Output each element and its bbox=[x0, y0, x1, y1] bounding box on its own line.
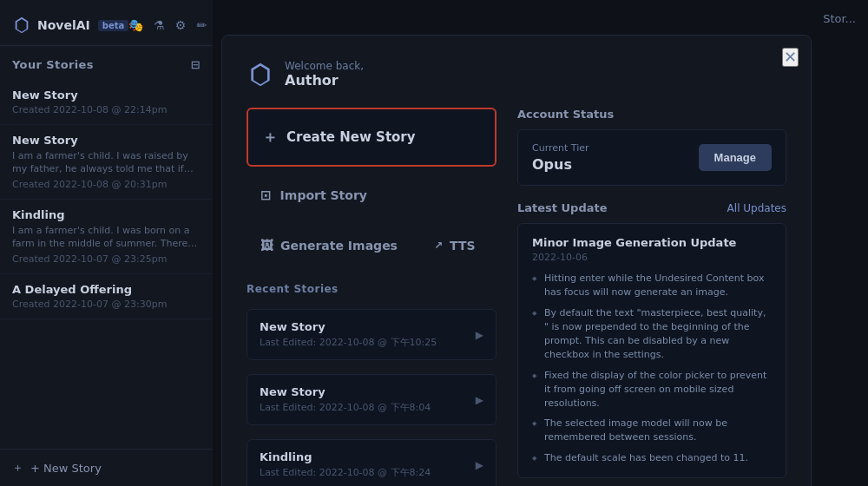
recent-story-info: New Story Last Edited: 2022-10-08 @ 下午10… bbox=[260, 320, 437, 349]
settings-icon[interactable]: ⚙ bbox=[175, 18, 187, 32]
topbar-right: Stor... bbox=[823, 12, 856, 25]
tier-name: Opus bbox=[532, 156, 589, 173]
flask-icon[interactable]: ⚗ bbox=[154, 18, 165, 32]
list-item[interactable]: New Story I am a farmer's child. I was r… bbox=[0, 125, 213, 200]
list-item[interactable]: New Story Created 2022-10-08 @ 22:14pm bbox=[0, 80, 213, 125]
recent-story-info: Kindling Last Edited: 2022-10-08 @ 下午8:2… bbox=[260, 450, 431, 479]
modal-right: Account Status Current Tier Opus Manage … bbox=[517, 108, 786, 486]
create-new-story-button[interactable]: ＋ Create New Story bbox=[247, 108, 496, 167]
update-title: Minor Image Generation Update bbox=[532, 236, 772, 249]
app-logo: NovelAI beta bbox=[12, 16, 128, 35]
welcome-logo-icon bbox=[247, 61, 274, 89]
story-date: Created 2022-10-07 @ 23:30pm bbox=[12, 299, 201, 310]
recent-story-info: New Story Last Edited: 2022-10-08 @ 下午8:… bbox=[260, 385, 431, 414]
recent-story-date: Last Edited: 2022-10-08 @ 下午10:25 bbox=[260, 336, 437, 349]
header-icons: 🎭 ⚗ ⚙ ✏ bbox=[128, 18, 207, 32]
list-item[interactable]: Kindling Last Edited: 2022-10-08 @ 下午8:2… bbox=[247, 439, 496, 486]
recent-story-title: Kindling bbox=[260, 450, 431, 463]
your-stories-label: Your Stories bbox=[12, 58, 94, 71]
logo-icon bbox=[12, 16, 31, 35]
tier-card: Current Tier Opus Manage bbox=[517, 129, 786, 186]
recent-story-title: New Story bbox=[260, 320, 437, 333]
tts-label: TTS bbox=[450, 239, 476, 253]
welcome-back-label: Welcome back, bbox=[285, 60, 364, 72]
story-date: Created 2022-10-07 @ 23:25pm bbox=[12, 253, 201, 265]
story-title: New Story bbox=[12, 89, 201, 102]
import-story-button[interactable]: ⊡ Import Story bbox=[247, 175, 496, 215]
update-date: 2022-10-06 bbox=[532, 252, 772, 263]
welcome-section: Welcome back, Author bbox=[247, 60, 786, 89]
close-button[interactable]: ✕ bbox=[782, 48, 799, 67]
image-icon: 🖼 bbox=[260, 238, 273, 253]
story-date: Created 2022-10-08 @ 20:31pm bbox=[12, 179, 201, 190]
update-bullet: The default scale has been changed to 11… bbox=[532, 451, 772, 465]
story-preview: I am a farmer's child. I was raised by m… bbox=[12, 149, 201, 176]
latest-update-row: Latest Update All Updates bbox=[517, 201, 786, 214]
modal-left: ＋ Create New Story ⊡ Import Story 🖼 Gene… bbox=[247, 108, 496, 486]
import-icon: ⊡ bbox=[260, 187, 272, 203]
stories-list: New Story Created 2022-10-08 @ 22:14pm N… bbox=[0, 80, 213, 486]
tier-label: Current Tier bbox=[532, 142, 589, 154]
update-card: Minor Image Generation Update 2022-10-06… bbox=[517, 223, 786, 478]
list-item[interactable]: A Delayed Offering Created 2022-10-07 @ … bbox=[0, 274, 213, 319]
story-title: A Delayed Offering bbox=[12, 283, 201, 296]
pencil-icon[interactable]: ✏ bbox=[196, 18, 207, 32]
update-bullet: Fixed the display of the color picker to… bbox=[532, 369, 772, 410]
generate-images-button[interactable]: 🖼 Generate Images bbox=[247, 227, 411, 264]
action-row: 🖼 Generate Images ↗ TTS bbox=[247, 227, 496, 264]
story-date: Created 2022-10-08 @ 22:14pm bbox=[12, 104, 201, 115]
story-title: New Story bbox=[12, 134, 201, 147]
new-story-bottom-button[interactable]: ＋ + New Story bbox=[0, 449, 213, 486]
story-title: Kindling bbox=[12, 208, 201, 221]
filter-icon[interactable]: ⊟ bbox=[191, 58, 201, 71]
external-link-icon: ↗ bbox=[434, 240, 443, 252]
all-updates-link[interactable]: All Updates bbox=[727, 202, 786, 214]
plus-icon: ＋ bbox=[12, 460, 23, 476]
plus-icon: ＋ bbox=[262, 127, 278, 148]
create-story-label: Create New Story bbox=[286, 129, 416, 145]
welcome-modal: ✕ Welcome back, Author ＋ Create New Stor… bbox=[221, 35, 812, 486]
account-status-label: Account Status bbox=[517, 108, 786, 121]
import-story-label: Import Story bbox=[280, 188, 367, 202]
recent-story-date: Last Edited: 2022-10-08 @ 下午8:24 bbox=[260, 466, 431, 479]
beta-badge: beta bbox=[98, 20, 128, 31]
modal-body: ＋ Create New Story ⊡ Import Story 🖼 Gene… bbox=[247, 108, 786, 486]
sidebar-header: NovelAI beta 🎭 ⚗ ⚙ ✏ bbox=[0, 0, 213, 46]
recent-story-title: New Story bbox=[260, 385, 431, 398]
gen-images-label: Generate Images bbox=[280, 239, 398, 253]
list-item[interactable]: New Story Last Edited: 2022-10-08 @ 下午8:… bbox=[247, 374, 496, 425]
sidebar: NovelAI beta 🎭 ⚗ ⚙ ✏ Your Stories ⊟ New … bbox=[0, 0, 213, 486]
author-name: Author bbox=[285, 72, 364, 89]
recent-stories-label: Recent Stories bbox=[247, 283, 496, 295]
theatre-icon[interactable]: 🎭 bbox=[128, 18, 143, 32]
update-bullet: Hitting enter while the Undesired Conten… bbox=[532, 272, 772, 299]
chevron-right-icon: ▶ bbox=[476, 459, 483, 471]
update-bullet: The selected image model will now be rem… bbox=[532, 417, 772, 444]
update-bullet: By default the text "masterpiece, best q… bbox=[532, 306, 772, 362]
chevron-right-icon: ▶ bbox=[476, 394, 483, 406]
story-preview: I am a farmer's child. I was born on a f… bbox=[12, 224, 201, 251]
tts-button[interactable]: ↗ TTS bbox=[420, 227, 490, 264]
chevron-right-icon: ▶ bbox=[476, 329, 483, 341]
your-stories-header: Your Stories ⊟ bbox=[0, 46, 213, 80]
recent-story-date: Last Edited: 2022-10-08 @ 下午8:04 bbox=[260, 401, 431, 414]
manage-button[interactable]: Manage bbox=[699, 144, 772, 171]
tier-info: Current Tier Opus bbox=[532, 142, 589, 173]
list-item[interactable]: New Story Last Edited: 2022-10-08 @ 下午10… bbox=[247, 309, 496, 360]
new-story-label: + New Story bbox=[30, 462, 102, 475]
welcome-text: Welcome back, Author bbox=[285, 60, 364, 89]
list-item[interactable]: Kindling I am a farmer's child. I was bo… bbox=[0, 200, 213, 274]
update-bullets: Hitting enter while the Undesired Conten… bbox=[532, 272, 772, 465]
app-name: NovelAI bbox=[37, 18, 90, 32]
latest-update-label: Latest Update bbox=[517, 201, 608, 214]
